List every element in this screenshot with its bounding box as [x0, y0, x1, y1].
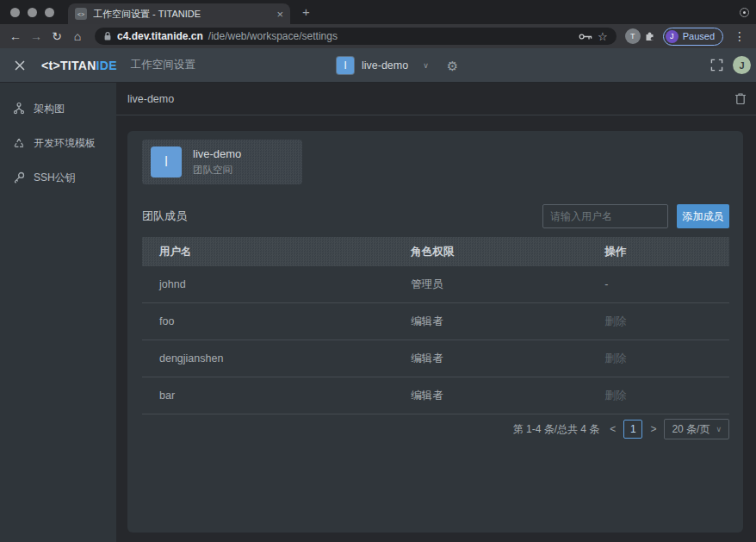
browser-toolbar: ← → ↻ ⌂ c4.dev.titanide.cn /ide/web/work…	[0, 24, 756, 48]
browser-profile-chip[interactable]: J Paused	[663, 28, 723, 46]
table-row: dengjianshen 编辑者 删除	[142, 340, 729, 377]
sidebar-item-ssh-key[interactable]: SSH公钥	[0, 160, 116, 195]
bookmark-star-icon[interactable]: ☆	[598, 31, 608, 42]
profile-status: Paused	[683, 31, 715, 41]
user-avatar[interactable]: J	[733, 56, 751, 74]
traffic-lights	[10, 8, 54, 17]
column-header-action: 操作	[603, 245, 729, 259]
toolbar-avatar-badge[interactable]: T	[625, 28, 641, 44]
zoom-window-button[interactable]	[45, 8, 54, 17]
column-header-username: 用户名	[142, 245, 409, 259]
cell-role: 编辑者	[409, 315, 603, 329]
url-host: c4.dev.titanide.cn	[117, 30, 203, 42]
page-size-value: 20 条/页	[672, 422, 710, 437]
sidebar-item-dev-template[interactable]: 开发环境模板	[0, 126, 116, 160]
home-button[interactable]: ⌂	[69, 30, 86, 42]
delete-member-link[interactable]: 删除	[603, 352, 729, 366]
pagination-next-icon[interactable]: >	[650, 423, 656, 435]
cell-username: bar	[142, 389, 409, 402]
tab-close-icon[interactable]: ×	[276, 9, 283, 20]
members-table: 用户名 角色权限 操作 johnd 管理员 - foo 编辑者 删除	[142, 237, 729, 414]
branch-icon	[12, 102, 26, 115]
settings-panel: l live-demo 团队空间 团队成员 添加成员 用户名 角色权限	[127, 131, 743, 533]
browser-window: <> 工作空间设置 - TITANIDE × + ← → ↻ ⌂ c4.dev.…	[0, 0, 756, 542]
page-title: live-demo	[127, 93, 174, 105]
cell-username: dengjianshen	[142, 352, 409, 364]
profile-avatar: J	[666, 30, 679, 43]
url-path: /ide/web/workspace/settings	[208, 30, 338, 42]
gear-icon[interactable]: ⚙	[447, 59, 458, 72]
fullscreen-icon[interactable]	[710, 59, 723, 72]
cell-username: foo	[142, 315, 409, 327]
app-logo: <t>TITANIDE	[41, 59, 117, 72]
page-size-select[interactable]: 20 条/页 ∨	[664, 419, 729, 439]
pagination-summary: 第 1-4 条/总共 4 条	[513, 422, 600, 437]
pagination-page-1[interactable]: 1	[623, 420, 642, 439]
app-header: <t>TITANIDE 工作空间设置 l live-demo ∨ ⚙ J	[0, 48, 756, 83]
extensions-puzzle-icon[interactable]	[644, 30, 656, 42]
table-row: johnd 管理员 -	[142, 266, 729, 303]
new-tab-button[interactable]: +	[302, 4, 310, 19]
main-content: live-demo l live-demo 团队空间 团队成员	[116, 83, 756, 542]
lock-icon	[103, 31, 112, 41]
add-member-button[interactable]: 添加成员	[677, 204, 729, 228]
workspace-card-name: live-demo	[193, 147, 241, 160]
delete-member-link[interactable]: 删除	[603, 315, 729, 329]
back-button[interactable]: ←	[7, 30, 24, 42]
workspace-switcher[interactable]: l live-demo ∨ ⚙	[337, 48, 458, 83]
column-header-role: 角色权限	[409, 245, 603, 259]
table-row: bar 编辑者 删除	[142, 377, 729, 414]
minimize-window-button[interactable]	[28, 8, 37, 17]
tab-strip: <> 工作空间设置 - TITANIDE × +	[0, 0, 756, 24]
pagination: 第 1-4 条/总共 4 条 < 1 > 20 条/页 ∨	[142, 416, 729, 442]
workspace-name: live-demo	[362, 59, 408, 72]
workspace-card-avatar: l	[151, 146, 182, 178]
cell-role: 编辑者	[409, 389, 603, 403]
username-input[interactable]	[542, 204, 668, 228]
app-header-title: 工作空间设置	[131, 58, 195, 72]
triangle-template-icon	[12, 136, 26, 150]
workspace-card-type: 团队空间	[193, 164, 241, 177]
sidebar-item-label: SSH公钥	[34, 171, 76, 185]
cell-role: 编辑者	[409, 352, 603, 366]
close-settings-icon[interactable]	[14, 59, 26, 72]
sidebar-item-label: 架构图	[34, 102, 65, 116]
cell-action-none: -	[603, 278, 729, 290]
sidebar-item-label: 开发环境模板	[34, 136, 96, 151]
chevron-down-icon: ∨	[716, 425, 722, 433]
header-divider	[116, 115, 756, 115]
chevron-down-icon[interactable]: ∨	[423, 61, 429, 70]
site-favicon-icon: <>	[75, 8, 87, 20]
reload-button[interactable]: ↻	[48, 30, 65, 42]
tab-title: 工作空间设置 - TITANIDE	[93, 8, 270, 21]
section-title-members: 团队成员	[142, 209, 187, 224]
browser-menu-icon[interactable]: ⋮	[730, 29, 749, 43]
address-bar[interactable]: c4.dev.titanide.cn /ide/web/workspace/se…	[95, 28, 617, 45]
key-icon	[12, 171, 26, 184]
delete-workspace-icon[interactable]	[734, 92, 747, 105]
cell-username: johnd	[142, 278, 409, 290]
browser-tab[interactable]: <> 工作空间设置 - TITANIDE ×	[68, 3, 290, 24]
password-key-icon[interactable]	[579, 33, 592, 40]
table-row: foo 编辑者 删除	[142, 303, 729, 340]
table-header-row: 用户名 角色权限 操作	[142, 237, 729, 266]
pagination-prev-icon[interactable]: <	[610, 423, 616, 435]
cell-role: 管理员	[409, 277, 603, 292]
tabstrip-badge-icon[interactable]	[740, 8, 749, 17]
forward-button[interactable]: →	[28, 30, 45, 42]
sidebar: 架构图 开发环境模板 SSH公钥	[0, 83, 116, 542]
close-window-button[interactable]	[10, 8, 20, 17]
sidebar-item-architecture[interactable]: 架构图	[0, 91, 116, 126]
workspace-avatar: l	[337, 57, 354, 74]
workspace-card: l live-demo 团队空间	[142, 140, 302, 184]
delete-member-link[interactable]: 删除	[603, 389, 729, 403]
